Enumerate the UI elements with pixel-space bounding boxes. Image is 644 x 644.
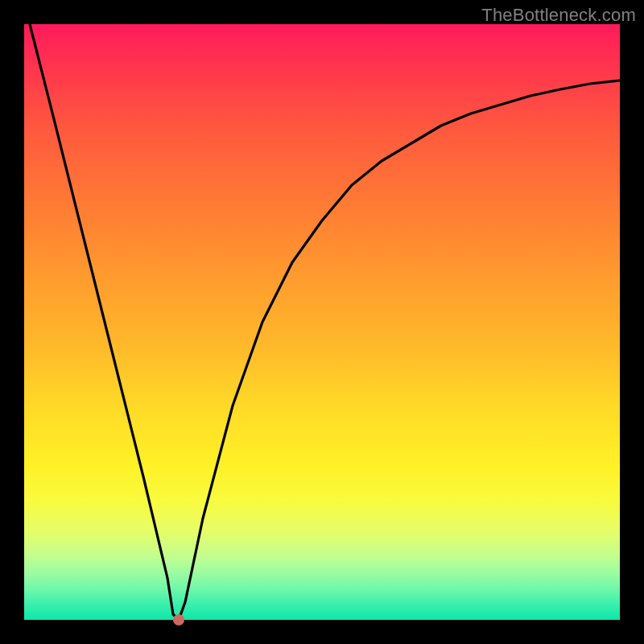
- bottleneck-curve: [24, 24, 620, 620]
- chart-stage: TheBottleneck.com: [0, 0, 644, 644]
- watermark-label: TheBottleneck.com: [481, 5, 636, 26]
- optimal-point-marker: [173, 614, 184, 625]
- plot-area: [24, 24, 620, 620]
- curve-path: [30, 24, 620, 620]
